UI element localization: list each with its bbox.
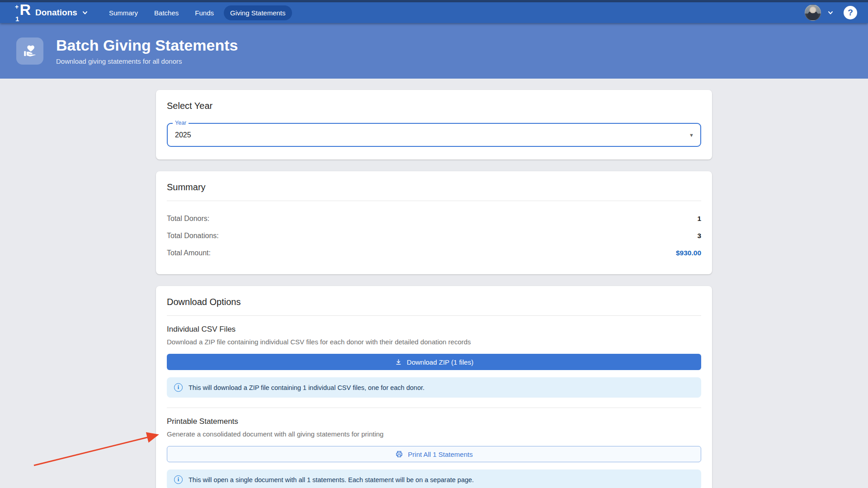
summary-row-label: Total Amount: (167, 249, 211, 257)
download-options-card: Download Options Individual CSV Files Do… (156, 286, 712, 488)
nav-item-batches[interactable]: Batches (148, 5, 185, 20)
csv-info-box: i This will download a ZIP file containi… (167, 377, 701, 398)
download-icon (395, 358, 402, 366)
print-info-box: i This will open a single document with … (167, 469, 701, 488)
summary-row-total-amount: Total Amount: $930.00 (167, 244, 701, 262)
divider (167, 315, 701, 316)
year-select[interactable]: Year 2025 ▼ (167, 123, 701, 147)
select-year-card: Select Year Year 2025 ▼ (156, 90, 712, 160)
csv-section-description: Download a ZIP file containing individua… (167, 338, 701, 346)
summary-row-value: 1 (697, 215, 701, 223)
app-switcher-label[interactable]: Donations (35, 8, 77, 18)
page-header-text: Batch Giving Statements Download giving … (56, 37, 238, 65)
print-all-statements-button-label: Print All 1 Statements (408, 450, 472, 458)
print-info-text: This will open a single document with al… (189, 476, 474, 483)
chevron-down-icon[interactable] (80, 8, 90, 18)
print-all-statements-button[interactable]: Print All 1 Statements (167, 446, 701, 462)
user-avatar[interactable] (805, 5, 821, 21)
nav-links: Summary Batches Funds Giving Statements (103, 5, 292, 20)
navbar-right: ? (805, 5, 857, 21)
account-chevron-down-icon[interactable] (826, 8, 835, 18)
logo-one-glyph: 1 (15, 15, 19, 22)
summary-row-value-amount: $930.00 (676, 249, 701, 257)
app-logo-icon[interactable]: + R 1 (14, 5, 30, 21)
download-zip-button[interactable]: Download ZIP (1 files) (167, 354, 701, 370)
logo-cross-glyph: + (15, 4, 19, 10)
logo-r-glyph: R (19, 2, 30, 17)
divider (167, 201, 701, 201)
nav-item-funds[interactable]: Funds (189, 5, 220, 20)
summary-row-total-donors: Total Donors: 1 (167, 210, 701, 227)
giving-hand-heart-icon (16, 38, 43, 65)
csv-section-title: Individual CSV Files (167, 325, 701, 334)
print-section-description: Generate a consolidated document with al… (167, 430, 701, 438)
page-subtitle: Download giving statements for all donor… (56, 57, 238, 65)
print-section-title: Printable Statements (167, 417, 701, 426)
csv-info-text: This will download a ZIP file containing… (189, 384, 425, 391)
select-year-title: Select Year (167, 101, 701, 111)
download-options-title: Download Options (167, 297, 701, 307)
download-zip-button-label: Download ZIP (1 files) (407, 358, 473, 366)
nav-item-summary[interactable]: Summary (103, 5, 144, 20)
info-icon: i (174, 383, 183, 392)
main-content: Select Year Year 2025 ▼ Summary Total Do… (156, 79, 712, 488)
printer-icon (395, 450, 403, 458)
divider (167, 408, 701, 408)
year-select-value: 2025 (168, 131, 191, 139)
select-caret-icon[interactable]: ▼ (689, 132, 694, 138)
summary-card: Summary Total Donors: 1 Total Donations:… (156, 171, 712, 274)
summary-row-value: 3 (697, 232, 701, 240)
page-title: Batch Giving Statements (56, 37, 238, 54)
summary-row-label: Total Donations: (167, 232, 219, 240)
navbar: + R 1 Donations Summary Batches Funds Gi… (0, 2, 868, 23)
year-select-label: Year (173, 120, 189, 126)
page-header: Batch Giving Statements Download giving … (0, 23, 868, 79)
summary-row-total-donations: Total Donations: 3 (167, 227, 701, 244)
summary-row-label: Total Donors: (167, 215, 209, 223)
info-icon: i (174, 475, 183, 484)
help-icon[interactable]: ? (844, 6, 857, 19)
summary-title: Summary (167, 182, 701, 192)
nav-item-giving-statements[interactable]: Giving Statements (224, 5, 292, 20)
